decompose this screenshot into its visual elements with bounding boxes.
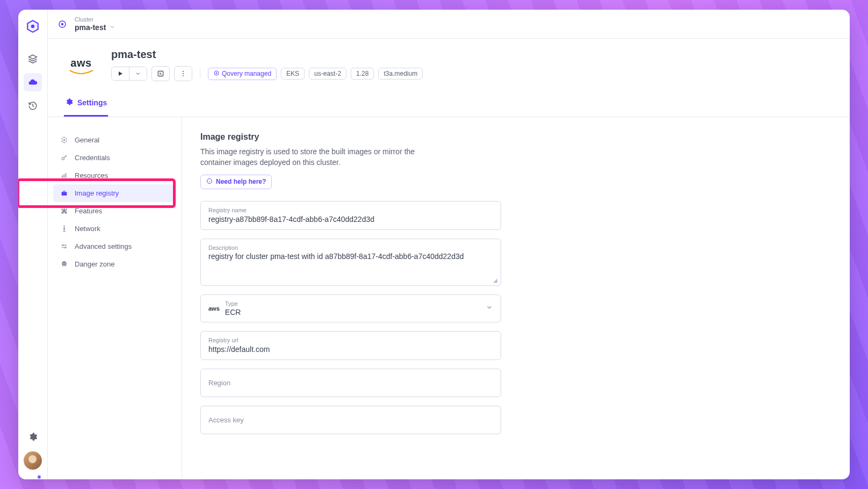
svg-point-7 bbox=[183, 71, 184, 72]
tag-engine: EKS bbox=[281, 68, 305, 80]
svg-rect-14 bbox=[62, 176, 63, 178]
field-label: Registry name bbox=[208, 207, 493, 213]
registry-url-input[interactable] bbox=[208, 345, 493, 354]
svg-rect-17 bbox=[61, 192, 67, 196]
registry-name-input[interactable] bbox=[208, 215, 493, 224]
svg-point-13 bbox=[62, 157, 64, 160]
nav-history-icon[interactable] bbox=[24, 97, 42, 115]
type-value: ECR bbox=[225, 308, 480, 317]
tab-settings[interactable]: Settings bbox=[64, 92, 108, 117]
tabs: Settings bbox=[64, 92, 834, 117]
sidebar-item-label: Image registry bbox=[75, 189, 119, 197]
sidebar-item-label: General bbox=[75, 136, 99, 144]
chevron-down-icon bbox=[486, 304, 493, 313]
sidebar-item-label: Network bbox=[75, 225, 100, 233]
sidebar-item-network[interactable]: Network bbox=[53, 220, 176, 238]
puzzle-icon bbox=[60, 207, 68, 214]
field-label: Region bbox=[208, 379, 493, 387]
sliders-icon bbox=[60, 243, 68, 250]
sidebar-item-danger[interactable]: Danger zone bbox=[53, 255, 176, 273]
avatar-badge-icon: ◉ bbox=[35, 472, 43, 479]
info-icon bbox=[206, 178, 213, 186]
tag-managed: Qovery managed bbox=[208, 68, 277, 80]
tag-instance: t3a.medium bbox=[378, 68, 423, 80]
cluster-title: pma-test bbox=[111, 48, 834, 61]
svg-point-1 bbox=[31, 25, 35, 28]
play-button[interactable] bbox=[112, 67, 129, 80]
field-label: Access key bbox=[208, 416, 493, 424]
breadcrumb-cluster-icon bbox=[57, 19, 67, 29]
breadcrumb-cluster-selector[interactable]: Cluster pma-test bbox=[75, 16, 115, 32]
sidebar-item-resources[interactable]: Resources bbox=[53, 167, 176, 184]
settings-sidebar: General Credentials Resources bbox=[48, 117, 182, 479]
avatar[interactable] bbox=[24, 451, 42, 470]
gear-icon bbox=[65, 98, 73, 107]
sidebar-item-label: Features bbox=[75, 207, 102, 215]
cluster-tags: Qovery managed EKS us-east-2 1.28 t3a.me… bbox=[208, 68, 423, 80]
breadcrumb: Cluster pma-test bbox=[48, 10, 850, 39]
svg-point-4 bbox=[62, 23, 63, 25]
nav-layers-icon[interactable] bbox=[24, 49, 42, 68]
chevron-down-icon bbox=[109, 23, 115, 32]
run-menu-chevron[interactable] bbox=[129, 67, 147, 80]
run-button-group bbox=[111, 67, 147, 81]
panel-description: This image registry is used to store the… bbox=[200, 146, 431, 168]
svg-marker-5 bbox=[119, 71, 122, 76]
help-link[interactable]: Need help here? bbox=[200, 175, 272, 189]
field-description[interactable]: Description ◢ bbox=[200, 239, 501, 286]
logs-button[interactable] bbox=[151, 66, 170, 81]
field-type[interactable]: aws Type ECR bbox=[200, 294, 501, 322]
sidebar-item-label: Credentials bbox=[75, 154, 110, 162]
sidebar-item-general[interactable]: General bbox=[53, 131, 176, 149]
svg-point-22 bbox=[63, 263, 64, 264]
field-access-key[interactable]: Access key bbox=[200, 406, 501, 434]
key-icon bbox=[60, 154, 68, 161]
resize-handle-icon[interactable]: ◢ bbox=[493, 277, 497, 283]
svg-point-12 bbox=[63, 139, 64, 141]
svg-point-18 bbox=[63, 226, 64, 226]
sidebar-item-advanced[interactable]: Advanced settings bbox=[53, 238, 176, 255]
gear-icon bbox=[60, 136, 68, 143]
field-registry-url[interactable]: Registry url bbox=[200, 331, 501, 360]
svg-point-8 bbox=[183, 73, 184, 74]
sidebar-item-features[interactable]: Features bbox=[53, 202, 176, 220]
svg-rect-15 bbox=[63, 174, 64, 178]
field-region[interactable]: Region bbox=[200, 369, 501, 397]
svg-point-11 bbox=[216, 73, 217, 74]
briefcase-icon bbox=[60, 190, 68, 197]
nav-settings-icon[interactable] bbox=[24, 428, 42, 446]
svg-point-21 bbox=[64, 247, 66, 248]
more-menu-button[interactable] bbox=[174, 66, 192, 81]
sidebar-item-label: Resources bbox=[75, 171, 108, 179]
sidebar-item-credentials[interactable]: Credentials bbox=[53, 149, 176, 167]
panel-title: Image registry bbox=[200, 132, 831, 142]
tag-version: 1.28 bbox=[351, 68, 374, 80]
svg-marker-2 bbox=[29, 55, 37, 59]
help-link-label: Need help here? bbox=[216, 178, 266, 185]
field-label: Description bbox=[208, 244, 493, 251]
breadcrumb-value: pma-test bbox=[75, 23, 106, 32]
breadcrumb-label: Cluster bbox=[75, 16, 115, 23]
app-logo bbox=[24, 17, 42, 35]
tag-region: us-east-2 bbox=[309, 68, 346, 80]
image-registry-form: Registry name Description ◢ aws Type bbox=[200, 201, 501, 434]
nav-cloud-icon[interactable] bbox=[24, 73, 42, 91]
cluster-header: aws pma-test bbox=[48, 39, 850, 117]
svg-rect-16 bbox=[65, 173, 66, 178]
provider-logo-aws: aws bbox=[64, 48, 98, 83]
vertical-nav: ◉ bbox=[18, 10, 48, 479]
sidebar-item-label: Advanced settings bbox=[75, 242, 132, 250]
field-label: Registry url bbox=[208, 337, 493, 343]
tab-settings-label: Settings bbox=[77, 98, 107, 107]
managed-icon bbox=[213, 70, 220, 78]
field-label: Type bbox=[225, 300, 480, 307]
divider bbox=[200, 68, 200, 79]
sidebar-item-label: Danger zone bbox=[75, 260, 114, 268]
field-registry-name[interactable]: Registry name bbox=[200, 201, 501, 230]
skull-icon bbox=[60, 261, 68, 268]
content-panel: Image registry This image registry is us… bbox=[182, 117, 850, 479]
svg-point-23 bbox=[64, 263, 66, 264]
svg-point-9 bbox=[183, 75, 184, 76]
sidebar-item-image-registry[interactable]: Image registry bbox=[53, 184, 176, 202]
description-textarea[interactable] bbox=[208, 252, 493, 278]
